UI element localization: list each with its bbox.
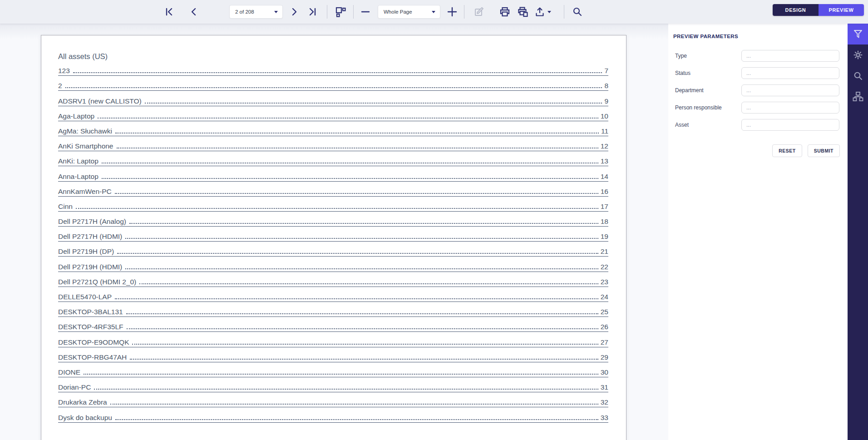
toc-entry-label: Drukarka Zebra [58, 398, 107, 406]
department-input[interactable] [741, 84, 839, 96]
toc-dotted-leader [98, 118, 598, 119]
toc-entry-label: 2 [58, 81, 62, 90]
toc-entry[interactable]: AgMa: Słuchawki11 [58, 121, 608, 136]
toc-entry-label: Anna-Laptop [58, 172, 99, 181]
search-button[interactable] [571, 5, 584, 18]
toc-entry-label: Dell P2721Q (HDMI 2_0) [58, 277, 136, 286]
toc-page-number: 33 [601, 413, 608, 422]
toc-dotted-leader [115, 193, 598, 194]
parameter-row: Department [673, 84, 840, 96]
zoom-out-icon [361, 7, 370, 16]
next-page-button[interactable] [288, 5, 301, 18]
next-page-icon [289, 7, 299, 17]
toc-entry-label: AnKi: Laptop [58, 157, 99, 165]
parameter-row: Person responsible [673, 102, 840, 114]
toc-entry[interactable]: Anna-Laptop14 [58, 166, 608, 181]
toc-entry[interactable]: AnKi: Laptop13 [58, 151, 608, 166]
toc-entry[interactable]: AnKi Smartphone12 [58, 136, 608, 151]
zoom-out-button[interactable] [359, 5, 372, 18]
zoom-in-icon [447, 7, 457, 17]
toc-page-number: 9 [604, 97, 608, 105]
export-icon [535, 6, 546, 17]
sitemap-icon [853, 91, 863, 102]
filter-icon [853, 29, 863, 40]
param-label-status: Status [673, 70, 741, 76]
toc-entry-label: AnKi Smartphone [58, 142, 113, 150]
settings-tab[interactable] [848, 44, 868, 65]
zoom-level-dropdown[interactable]: Whole Page [378, 5, 440, 19]
first-page-button[interactable] [163, 5, 176, 18]
toc-entry[interactable]: DESKTOP-RBG47AH29 [58, 347, 608, 362]
toc-page-number: 17 [601, 202, 608, 211]
search-tab[interactable] [848, 65, 868, 86]
last-page-icon [307, 7, 317, 17]
status-input[interactable] [741, 67, 839, 79]
first-page-icon [164, 7, 174, 17]
person-responsible-input[interactable] [741, 102, 839, 114]
toc-entry[interactable]: DESKTOP-E9ODMQK27 [58, 332, 608, 347]
table-of-contents: 123728ADSRV1 (new CALLISTO)9Aga-Laptop10… [58, 61, 608, 423]
preview-parameters-panel: PREVIEW PARAMETERS TypeStatusDepartmentP… [668, 24, 848, 440]
toc-dotted-leader [110, 404, 598, 405]
param-label-asset: Asset [673, 122, 741, 128]
toc-entry[interactable]: Cinn17 [58, 197, 608, 212]
design-button[interactable]: DESIGN [773, 4, 819, 16]
toc-entry[interactable]: Dorian-PC31 [58, 377, 608, 392]
parameter-actions: RESET SUBMIT [673, 144, 840, 157]
toc-entry[interactable]: Dysk do backupu33 [58, 407, 608, 422]
toc-page-number: 24 [601, 292, 608, 301]
toc-entry-label: Dell P2719H (DP) [58, 247, 114, 256]
zoom-in-button[interactable] [446, 5, 459, 18]
submit-button[interactable]: SUBMIT [808, 144, 840, 157]
preview-button[interactable]: PREVIEW [819, 4, 864, 16]
toc-entry-label: Dell P2719H (HDMI) [58, 262, 122, 271]
toc-entry[interactable]: 28 [58, 76, 608, 91]
type-input[interactable] [741, 50, 839, 62]
toolbar-separator [464, 5, 464, 19]
toc-entry-label: AnnKamWen-PC [58, 187, 112, 196]
toc-dotted-leader [145, 103, 602, 104]
toc-entry[interactable]: Dell P2721Q (HDMI 2_0)23 [58, 272, 608, 287]
previous-page-icon [189, 7, 199, 17]
toc-entry-label: 123 [58, 66, 70, 75]
search-icon [853, 70, 863, 81]
toc-page-number: 19 [601, 232, 608, 241]
toc-entry-label: AgMa: Słuchawki [58, 127, 112, 135]
toc-entry[interactable]: DESKTOP-4RF35LF26 [58, 317, 608, 332]
asset-input[interactable] [741, 119, 839, 131]
toc-entry[interactable]: Drukarka Zebra32 [58, 392, 608, 407]
toc-entry[interactable]: Dell P2717H (Analog)18 [58, 212, 608, 227]
toc-entry-label: DESKTOP-RBG47AH [58, 353, 127, 361]
toc-entry-label: DELLE5470-LAP [58, 292, 112, 301]
toc-entry[interactable]: 1237 [58, 61, 608, 76]
edit-button[interactable] [473, 5, 486, 18]
print-button[interactable] [498, 5, 511, 18]
toc-entry[interactable]: DIONE30 [58, 362, 608, 377]
previous-page-button[interactable] [187, 5, 200, 18]
last-page-button[interactable] [306, 5, 319, 18]
toc-entry[interactable]: Dell P2719H (DP)21 [58, 242, 608, 257]
print-icon [499, 6, 510, 17]
multi-page-view-button[interactable] [334, 5, 347, 18]
structure-tab[interactable] [848, 86, 868, 107]
toc-entry[interactable]: ADSRV1 (new CALLISTO)9 [58, 91, 608, 106]
toc-dotted-leader [76, 208, 598, 209]
report-viewer-app: 2 of 208 Whole Page [0, 0, 868, 440]
toc-entry-label: DESKTOP-E9ODMQK [58, 338, 129, 346]
toc-entry[interactable]: Dell P2717H (HDMI)19 [58, 227, 608, 242]
toc-entry[interactable]: Aga-Laptop10 [58, 106, 608, 121]
toc-entry[interactable]: AnnKamWen-PC16 [58, 182, 608, 197]
toc-entry[interactable]: DESKTOP-3BAL13125 [58, 302, 608, 317]
parameter-row: Status [673, 67, 840, 79]
toc-page-number: 29 [601, 353, 608, 361]
toc-dotted-leader [127, 328, 598, 329]
page-indicator-dropdown[interactable]: 2 of 208 [229, 5, 283, 19]
print-page-setup-button[interactable] [517, 5, 529, 18]
gear-icon [853, 49, 863, 60]
toc-entry[interactable]: Dell P2719H (HDMI)22 [58, 257, 608, 272]
export-button[interactable] [534, 5, 552, 18]
toc-entry-label: Dorian-PC [58, 383, 91, 391]
reset-button[interactable]: RESET [772, 144, 802, 157]
toc-entry[interactable]: DELLE5470-LAP24 [58, 287, 608, 302]
filter-tab[interactable] [848, 24, 868, 44]
